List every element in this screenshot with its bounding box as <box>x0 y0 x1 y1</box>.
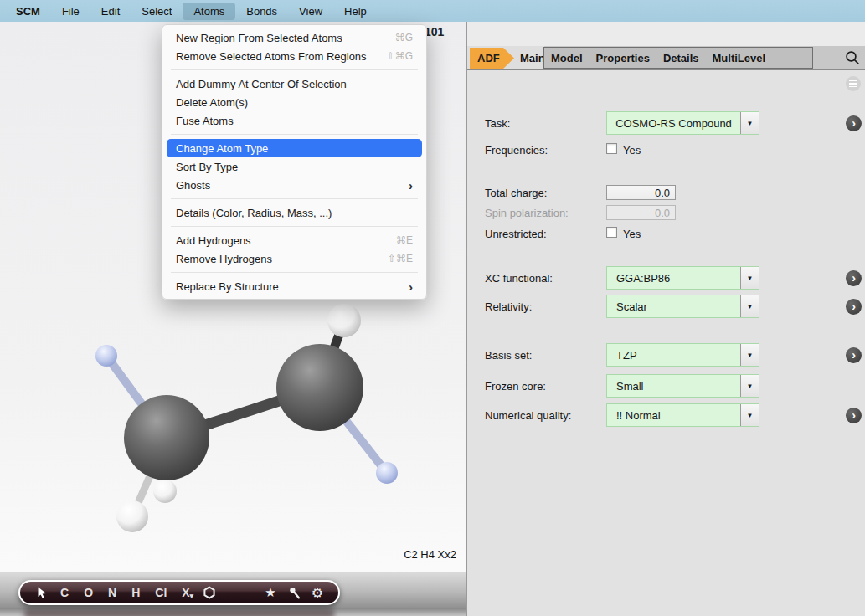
element-o-button[interactable]: O <box>76 586 100 599</box>
element-h-button[interactable]: H <box>124 586 147 599</box>
menu-bonds[interactable]: Bonds <box>235 3 288 20</box>
menu-scm[interactable]: SCM <box>5 3 51 20</box>
menu-select[interactable]: Select <box>131 3 183 20</box>
menu-item-ghosts[interactable]: Ghosts › <box>162 176 426 194</box>
wand-icon[interactable] <box>283 587 306 599</box>
relativity-label: Relativity: <box>485 300 532 313</box>
numerical-quality-label: Numerical quality: <box>485 409 571 422</box>
spin-polarization-label: Spin polarization: <box>485 207 569 219</box>
menu-separator <box>171 198 418 199</box>
dropdown-arrow-icon[interactable]: ▼ <box>740 295 759 317</box>
menu-item-remove-hydrogens[interactable]: Remove Hydrogens ⇧⌘E <box>162 249 426 268</box>
task-label: Task: <box>485 117 510 130</box>
menu-file[interactable]: File <box>51 3 90 20</box>
gear-icon[interactable]: ⚙ <box>306 585 328 601</box>
numerical-quality-more-button[interactable]: › <box>846 408 862 424</box>
tab-group: Model Properties Details MultiLevel <box>543 47 813 69</box>
menu-item-add-hydrogens[interactable]: Add Hydrogens ⌘E <box>162 231 426 249</box>
atom-xx-bottom-right[interactable] <box>376 462 398 484</box>
unrestricted-label: Unrestricted: <box>485 228 547 240</box>
menu-separator <box>171 226 418 227</box>
basis-set-dropdown[interactable]: TZP ▼ <box>606 343 759 367</box>
element-toolbar: C O N H Cl X▾ ★ ⚙ <box>18 580 340 605</box>
dropdown-arrow-icon[interactable]: ▼ <box>740 404 759 426</box>
tab-properties[interactable]: Properties <box>590 52 656 64</box>
menu-atoms[interactable]: Atoms <box>183 3 235 20</box>
relativity-dropdown[interactable]: Scalar ▼ <box>606 295 759 318</box>
element-cl-button[interactable]: Cl <box>147 586 174 599</box>
menu-separator <box>171 69 418 70</box>
dropdown-arrow-icon[interactable]: ▼ <box>740 344 759 366</box>
menu-item-remove-from-regions[interactable]: Remove Selected Atoms From Regions ⇧⌘G <box>162 47 426 65</box>
atoms-menu-dropdown: New Region From Selected Atoms ⌘G Remove… <box>162 24 427 300</box>
menu-item-fuse-atoms[interactable]: Fuse Atoms <box>162 111 426 130</box>
ring-structure-icon[interactable] <box>197 586 222 599</box>
tab-model[interactable]: Model <box>544 52 590 64</box>
menu-help[interactable]: Help <box>333 3 378 20</box>
xc-functional-dropdown[interactable]: GGA:BP86 ▼ <box>606 266 759 290</box>
atom-h-top[interactable] <box>327 304 361 337</box>
shortcut-label: ⌘G <box>395 32 413 44</box>
xc-functional-label: XC functional: <box>485 272 553 285</box>
frequencies-label: Frequencies: <box>485 144 548 157</box>
tab-multilevel[interactable]: MultiLevel <box>706 52 773 64</box>
unrestricted-yes-label: Yes <box>623 228 641 240</box>
dropdown-arrow-icon[interactable]: ▼ <box>740 267 759 289</box>
element-x-picker[interactable]: X▾ <box>174 586 197 600</box>
shortcut-label: ⇧⌘E <box>388 253 413 264</box>
menu-item-replace-by-structure[interactable]: Replace By Structure › <box>162 277 426 295</box>
app-window: SCM File Edit Select Atoms Bonds View He… <box>0 0 865 616</box>
basis-set-label: Basis set: <box>485 349 532 362</box>
shortcut-label: ⌘E <box>396 234 413 246</box>
menu-separator <box>171 272 418 273</box>
star-icon[interactable]: ★ <box>258 585 282 600</box>
atom-carbon-left[interactable] <box>124 395 209 480</box>
shortcut-label: ⇧⌘G <box>387 50 413 62</box>
formula-label: C2 H4 Xx2 <box>0 548 456 561</box>
element-c-button[interactable]: C <box>53 586 76 599</box>
numerical-quality-dropdown[interactable]: !! Normal ▼ <box>606 403 759 427</box>
task-more-button[interactable]: › <box>846 116 862 131</box>
atom-carbon-right[interactable] <box>276 344 363 431</box>
search-icon[interactable] <box>844 49 861 66</box>
task-dropdown[interactable]: COSMO-RS Compound ▼ <box>606 111 759 135</box>
panel-menu-icon[interactable] <box>846 76 861 91</box>
spin-polarization-input: 0.0 <box>606 205 676 220</box>
dropdown-arrow-icon[interactable]: ▼ <box>740 112 759 134</box>
menu-item-change-atom-type[interactable]: Change Atom Type <box>167 139 422 157</box>
menu-item-sort-by-type[interactable]: Sort By Type <box>162 157 426 176</box>
menu-item-add-dummy[interactable]: Add Dummy At Center Of Selection <box>162 74 426 93</box>
menu-bar: SCM File Edit Select Atoms Bonds View He… <box>0 0 865 22</box>
menu-item-details[interactable]: Details (Color, Radius, Mass, ...) <box>162 203 426 222</box>
atom-h-front[interactable] <box>116 501 148 532</box>
total-charge-label: Total charge: <box>485 187 547 199</box>
atom-h-back[interactable] <box>153 480 177 503</box>
frozen-core-label: Frozen core: <box>485 380 546 393</box>
frozen-core-dropdown[interactable]: Small ▼ <box>606 374 759 398</box>
total-charge-input[interactable]: 0.0 <box>606 185 676 200</box>
menu-edit[interactable]: Edit <box>90 3 131 20</box>
unrestricted-checkbox[interactable] <box>606 227 617 238</box>
submenu-chevron-icon: › <box>409 280 413 293</box>
chevron-down-icon: ▾ <box>190 592 194 600</box>
panel-title-strip <box>467 22 865 46</box>
tab-details[interactable]: Details <box>656 52 706 64</box>
panel-tab-bar: ADF Main Model Properties Details MultiL… <box>467 46 865 70</box>
menu-separator <box>171 134 418 135</box>
menu-item-new-region[interactable]: New Region From Selected Atoms ⌘G <box>162 28 426 47</box>
basis-set-more-button[interactable]: › <box>846 347 862 363</box>
frequencies-checkbox[interactable] <box>606 143 617 154</box>
xc-functional-more-button[interactable]: › <box>846 270 862 286</box>
frequencies-yes-label: Yes <box>623 144 641 157</box>
submenu-chevron-icon: › <box>409 179 413 192</box>
dropdown-arrow-icon[interactable]: ▼ <box>740 375 759 397</box>
toolbar-reflection <box>23 609 335 616</box>
menu-item-delete-atoms[interactable]: Delete Atom(s) <box>162 93 426 111</box>
pointer-tool-icon[interactable] <box>30 587 53 599</box>
menu-view[interactable]: View <box>288 3 333 20</box>
relativity-more-button[interactable]: › <box>846 299 862 315</box>
element-n-button[interactable]: N <box>100 586 124 599</box>
adf-input-panel: ADF Main Model Properties Details MultiL… <box>466 22 865 616</box>
atom-xx-top-left[interactable] <box>95 345 117 367</box>
